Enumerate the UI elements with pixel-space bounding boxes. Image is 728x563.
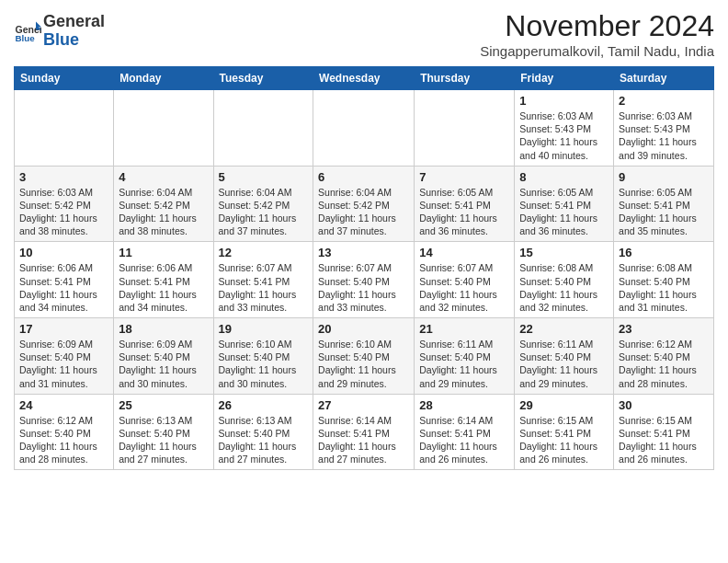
day-number: 14 bbox=[419, 246, 509, 259]
calendar-cell: 11Sunrise: 6:06 AM Sunset: 5:41 PM Dayli… bbox=[114, 242, 213, 318]
day-number: 30 bbox=[619, 398, 709, 412]
calendar-cell: 10Sunrise: 6:06 AM Sunset: 5:41 PM Dayli… bbox=[15, 242, 114, 318]
day-info: Sunrise: 6:03 AM Sunset: 5:43 PM Dayligh… bbox=[519, 109, 609, 162]
calendar-week-row: 17Sunrise: 6:09 AM Sunset: 5:40 PM Dayli… bbox=[15, 318, 714, 395]
day-number: 19 bbox=[219, 322, 309, 336]
day-number: 11 bbox=[119, 246, 208, 259]
day-number: 29 bbox=[519, 398, 609, 412]
day-info: Sunrise: 6:05 AM Sunset: 5:41 PM Dayligh… bbox=[619, 186, 709, 238]
day-info: Sunrise: 6:04 AM Sunset: 5:42 PM Dayligh… bbox=[119, 186, 208, 238]
day-info: Sunrise: 6:09 AM Sunset: 5:40 PM Dayligh… bbox=[19, 338, 108, 390]
logo: General Blue General Blue bbox=[14, 13, 105, 50]
dow-header: Saturday bbox=[614, 67, 714, 90]
day-info: Sunrise: 6:07 AM Sunset: 5:41 PM Dayligh… bbox=[219, 261, 309, 314]
calendar-cell: 26Sunrise: 6:13 AM Sunset: 5:40 PM Dayli… bbox=[213, 394, 313, 470]
calendar-cell: 21Sunrise: 6:11 AM Sunset: 5:40 PM Dayli… bbox=[415, 318, 515, 395]
calendar-cell: 29Sunrise: 6:15 AM Sunset: 5:41 PM Dayli… bbox=[515, 394, 614, 470]
calendar-cell bbox=[15, 90, 114, 167]
day-number: 7 bbox=[419, 170, 509, 184]
calendar-week-row: 3Sunrise: 6:03 AM Sunset: 5:42 PM Daylig… bbox=[15, 166, 714, 242]
calendar-week-row: 24Sunrise: 6:12 AM Sunset: 5:40 PM Dayli… bbox=[15, 394, 714, 470]
calendar-week-row: 10Sunrise: 6:06 AM Sunset: 5:41 PM Dayli… bbox=[15, 242, 714, 318]
day-number: 4 bbox=[119, 170, 208, 184]
day-info: Sunrise: 6:07 AM Sunset: 5:40 PM Dayligh… bbox=[419, 261, 509, 314]
calendar-cell: 7Sunrise: 6:05 AM Sunset: 5:41 PM Daylig… bbox=[415, 166, 515, 242]
logo-name: General Blue bbox=[43, 13, 105, 50]
day-number: 2 bbox=[619, 94, 709, 108]
day-info: Sunrise: 6:10 AM Sunset: 5:40 PM Dayligh… bbox=[219, 338, 309, 390]
day-number: 21 bbox=[419, 322, 509, 336]
day-info: Sunrise: 6:13 AM Sunset: 5:40 PM Dayligh… bbox=[219, 414, 309, 466]
calendar-cell: 16Sunrise: 6:08 AM Sunset: 5:40 PM Dayli… bbox=[614, 242, 714, 318]
header: General Blue General Blue November 2024 … bbox=[14, 9, 714, 59]
location-title: Singapperumalkovil, Tamil Nadu, India bbox=[480, 43, 714, 59]
day-info: Sunrise: 6:12 AM Sunset: 5:40 PM Dayligh… bbox=[619, 338, 709, 390]
calendar-cell: 22Sunrise: 6:11 AM Sunset: 5:40 PM Dayli… bbox=[515, 318, 614, 395]
day-info: Sunrise: 6:12 AM Sunset: 5:40 PM Dayligh… bbox=[19, 414, 108, 466]
calendar-cell: 15Sunrise: 6:08 AM Sunset: 5:40 PM Dayli… bbox=[515, 242, 614, 318]
month-title: November 2024 bbox=[480, 9, 714, 43]
day-number: 9 bbox=[619, 170, 709, 184]
day-number: 28 bbox=[419, 398, 509, 412]
calendar-cell: 30Sunrise: 6:15 AM Sunset: 5:41 PM Dayli… bbox=[614, 394, 714, 470]
calendar-cell: 13Sunrise: 6:07 AM Sunset: 5:40 PM Dayli… bbox=[313, 242, 415, 318]
day-info: Sunrise: 6:07 AM Sunset: 5:40 PM Dayligh… bbox=[318, 261, 409, 314]
calendar-cell: 17Sunrise: 6:09 AM Sunset: 5:40 PM Dayli… bbox=[15, 318, 114, 395]
calendar-cell bbox=[213, 90, 313, 167]
calendar-header: SundayMondayTuesdayWednesdayThursdayFrid… bbox=[15, 67, 714, 90]
day-info: Sunrise: 6:06 AM Sunset: 5:41 PM Dayligh… bbox=[119, 261, 208, 314]
day-info: Sunrise: 6:04 AM Sunset: 5:42 PM Dayligh… bbox=[219, 186, 309, 238]
day-number: 17 bbox=[19, 322, 108, 336]
day-info: Sunrise: 6:14 AM Sunset: 5:41 PM Dayligh… bbox=[318, 414, 409, 466]
day-number: 18 bbox=[119, 322, 208, 336]
day-info: Sunrise: 6:14 AM Sunset: 5:41 PM Dayligh… bbox=[419, 414, 509, 466]
dow-header: Tuesday bbox=[213, 67, 313, 90]
day-number: 16 bbox=[619, 246, 709, 259]
calendar-cell: 5Sunrise: 6:04 AM Sunset: 5:42 PM Daylig… bbox=[213, 166, 313, 242]
calendar-cell: 28Sunrise: 6:14 AM Sunset: 5:41 PM Dayli… bbox=[415, 394, 515, 470]
calendar-cell: 24Sunrise: 6:12 AM Sunset: 5:40 PM Dayli… bbox=[15, 394, 114, 470]
day-number: 6 bbox=[318, 170, 409, 184]
day-info: Sunrise: 6:05 AM Sunset: 5:41 PM Dayligh… bbox=[519, 186, 609, 238]
calendar-cell: 2Sunrise: 6:03 AM Sunset: 5:43 PM Daylig… bbox=[614, 90, 714, 167]
calendar-cell: 4Sunrise: 6:04 AM Sunset: 5:42 PM Daylig… bbox=[114, 166, 213, 242]
calendar-cell: 20Sunrise: 6:10 AM Sunset: 5:40 PM Dayli… bbox=[313, 318, 415, 395]
calendar-cell: 9Sunrise: 6:05 AM Sunset: 5:41 PM Daylig… bbox=[614, 166, 714, 242]
dow-header: Sunday bbox=[15, 67, 114, 90]
dow-header: Monday bbox=[114, 67, 213, 90]
calendar-cell: 14Sunrise: 6:07 AM Sunset: 5:40 PM Dayli… bbox=[415, 242, 515, 318]
day-number: 24 bbox=[19, 398, 108, 412]
day-number: 15 bbox=[519, 246, 609, 259]
calendar-cell bbox=[415, 90, 515, 167]
day-info: Sunrise: 6:10 AM Sunset: 5:40 PM Dayligh… bbox=[318, 338, 409, 390]
calendar-table: SundayMondayTuesdayWednesdayThursdayFrid… bbox=[14, 66, 714, 470]
day-number: 26 bbox=[219, 398, 309, 412]
day-number: 8 bbox=[519, 170, 609, 184]
calendar-cell: 1Sunrise: 6:03 AM Sunset: 5:43 PM Daylig… bbox=[515, 90, 614, 167]
dow-header: Thursday bbox=[415, 67, 515, 90]
day-number: 25 bbox=[119, 398, 208, 412]
day-info: Sunrise: 6:15 AM Sunset: 5:41 PM Dayligh… bbox=[619, 414, 709, 466]
day-info: Sunrise: 6:04 AM Sunset: 5:42 PM Dayligh… bbox=[318, 186, 409, 238]
day-info: Sunrise: 6:03 AM Sunset: 5:43 PM Dayligh… bbox=[619, 109, 709, 162]
day-info: Sunrise: 6:05 AM Sunset: 5:41 PM Dayligh… bbox=[419, 186, 509, 238]
day-info: Sunrise: 6:06 AM Sunset: 5:41 PM Dayligh… bbox=[19, 261, 108, 314]
calendar-cell: 8Sunrise: 6:05 AM Sunset: 5:41 PM Daylig… bbox=[515, 166, 614, 242]
day-info: Sunrise: 6:08 AM Sunset: 5:40 PM Dayligh… bbox=[619, 261, 709, 314]
day-number: 13 bbox=[318, 246, 409, 259]
day-number: 3 bbox=[19, 170, 108, 184]
calendar-cell: 3Sunrise: 6:03 AM Sunset: 5:42 PM Daylig… bbox=[15, 166, 114, 242]
day-info: Sunrise: 6:15 AM Sunset: 5:41 PM Dayligh… bbox=[519, 414, 609, 466]
day-number: 27 bbox=[318, 398, 409, 412]
svg-text:Blue: Blue bbox=[16, 32, 36, 42]
logo-icon: General Blue bbox=[14, 17, 41, 45]
day-number: 23 bbox=[619, 322, 709, 336]
day-info: Sunrise: 6:03 AM Sunset: 5:42 PM Dayligh… bbox=[19, 186, 108, 238]
day-info: Sunrise: 6:11 AM Sunset: 5:40 PM Dayligh… bbox=[419, 338, 509, 390]
day-number: 5 bbox=[219, 170, 309, 184]
calendar-cell: 25Sunrise: 6:13 AM Sunset: 5:40 PM Dayli… bbox=[114, 394, 213, 470]
calendar-cell bbox=[114, 90, 213, 167]
dow-header: Friday bbox=[515, 67, 614, 90]
day-number: 22 bbox=[519, 322, 609, 336]
calendar-cell: 27Sunrise: 6:14 AM Sunset: 5:41 PM Dayli… bbox=[313, 394, 415, 470]
